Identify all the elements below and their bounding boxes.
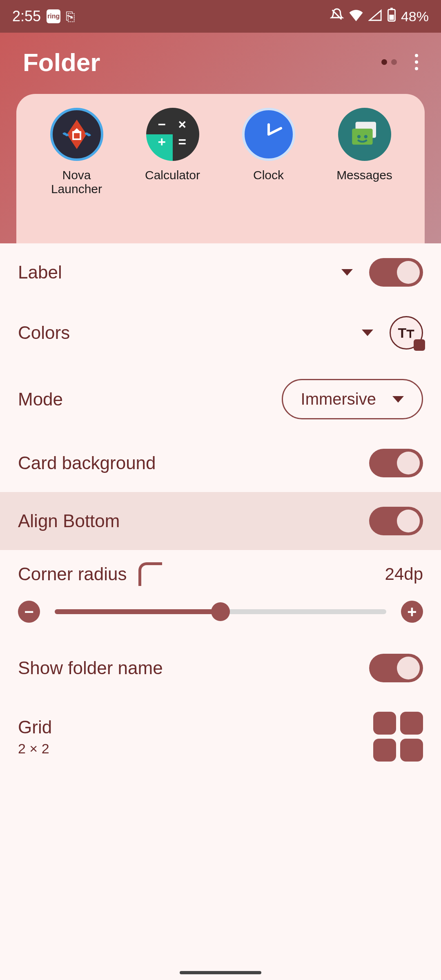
label-toggle[interactable] (369, 258, 423, 287)
nova-launcher-icon (50, 108, 103, 161)
twitch-icon: ⎘ (66, 9, 74, 24)
svg-text:×: × (178, 117, 186, 132)
status-bar: 2:55 ring ⎘ 48% (0, 0, 441, 33)
page-dot-1 (381, 59, 387, 65)
header-actions (381, 54, 425, 70)
mode-value: Immersive (301, 390, 376, 408)
mode-dropdown[interactable]: Immersive (282, 379, 423, 419)
app-label: Calculator (145, 168, 200, 182)
more-menu-button[interactable] (408, 54, 425, 70)
setting-show-folder-name[interactable]: Show folder name (0, 639, 441, 697)
svg-line-11 (269, 128, 281, 134)
svg-text:+: + (158, 134, 165, 149)
slider-thumb[interactable] (211, 602, 230, 621)
chevron-down-icon (392, 396, 404, 403)
setting-card-background[interactable]: Card background (0, 434, 441, 492)
svg-point-15 (364, 135, 367, 138)
app-calculator[interactable]: − × + = Calculator (132, 108, 214, 196)
setting-title: Colors (18, 323, 70, 343)
card-background-toggle[interactable] (369, 449, 423, 477)
grid-preview-icon (373, 712, 423, 762)
status-right: 48% (330, 8, 429, 25)
messages-icon (338, 108, 391, 161)
app-nova-launcher[interactable]: Nova Launcher (36, 108, 118, 196)
calculator-icon: − × + = (146, 108, 199, 161)
svg-rect-2 (389, 15, 394, 20)
svg-rect-1 (390, 8, 393, 9)
corner-radius-slider[interactable] (55, 609, 386, 614)
folder-header: Folder (0, 33, 441, 82)
setting-title: Corner radius (18, 564, 127, 584)
setting-mode: Mode Immersive (0, 364, 441, 434)
app-label: Clock (253, 168, 284, 182)
setting-title: Show folder name (18, 658, 163, 678)
color-accent-swatch (414, 339, 425, 351)
setting-grid[interactable]: Grid 2 × 2 (0, 697, 441, 776)
setting-title: Card background (18, 453, 156, 473)
setting-title: Label (18, 262, 62, 283)
app-row: Nova Launcher − × + = Calculator Clock (29, 108, 412, 196)
svg-text:=: = (178, 134, 186, 149)
battery-percent: 48% (401, 9, 429, 24)
setting-align-bottom[interactable]: Align Bottom (0, 492, 441, 550)
increase-button[interactable]: + (401, 601, 423, 623)
corner-radius-slider-row: − + (0, 590, 441, 639)
setting-corner-radius: Corner radius 24dp (0, 550, 441, 590)
settings-list: Label Colors Tᴛ Mode Immersive Card back… (0, 243, 441, 776)
align-bottom-toggle[interactable] (369, 507, 423, 535)
decrease-button[interactable]: − (18, 601, 40, 623)
signal-icon (368, 9, 382, 24)
ring-app-icon: ring (47, 9, 60, 23)
dnd-icon (330, 8, 344, 25)
wifi-icon (349, 9, 363, 24)
show-folder-name-toggle[interactable] (369, 654, 423, 682)
svg-point-14 (357, 135, 360, 138)
setting-colors[interactable]: Colors Tᴛ (0, 301, 441, 364)
folder-preview: Folder Nova Launcher − (0, 33, 441, 243)
setting-title: Align Bottom (18, 511, 120, 531)
svg-marker-3 (67, 120, 87, 149)
battery-icon (387, 8, 396, 25)
text-icon: Tᴛ (398, 325, 415, 341)
chevron-down-icon[interactable] (362, 330, 373, 336)
folder-card: Nova Launcher − × + = Calculator Clock (16, 94, 425, 243)
clock-time: 2:55 (12, 8, 41, 25)
grid-value: 2 × 2 (18, 741, 52, 757)
chevron-down-icon[interactable] (341, 269, 353, 276)
page-indicator[interactable] (381, 59, 397, 65)
navigation-handle[interactable] (180, 971, 261, 974)
setting-title: Grid (18, 717, 52, 737)
setting-label[interactable]: Label (0, 243, 441, 301)
page-dot-2 (391, 59, 397, 65)
app-messages[interactable]: Messages (324, 108, 405, 196)
corner-radius-icon (138, 562, 162, 586)
app-label: Messages (336, 168, 392, 182)
clock-icon (242, 108, 295, 161)
svg-text:−: − (158, 117, 165, 132)
corner-radius-value: 24dp (385, 564, 423, 584)
setting-title: Mode (18, 389, 63, 410)
folder-title: Folder (23, 48, 100, 77)
slider-fill (55, 609, 220, 614)
app-label: Nova Launcher (36, 168, 118, 196)
app-clock[interactable]: Clock (228, 108, 310, 196)
text-color-button[interactable]: Tᴛ (390, 316, 423, 350)
status-left: 2:55 ring ⎘ (12, 8, 74, 25)
